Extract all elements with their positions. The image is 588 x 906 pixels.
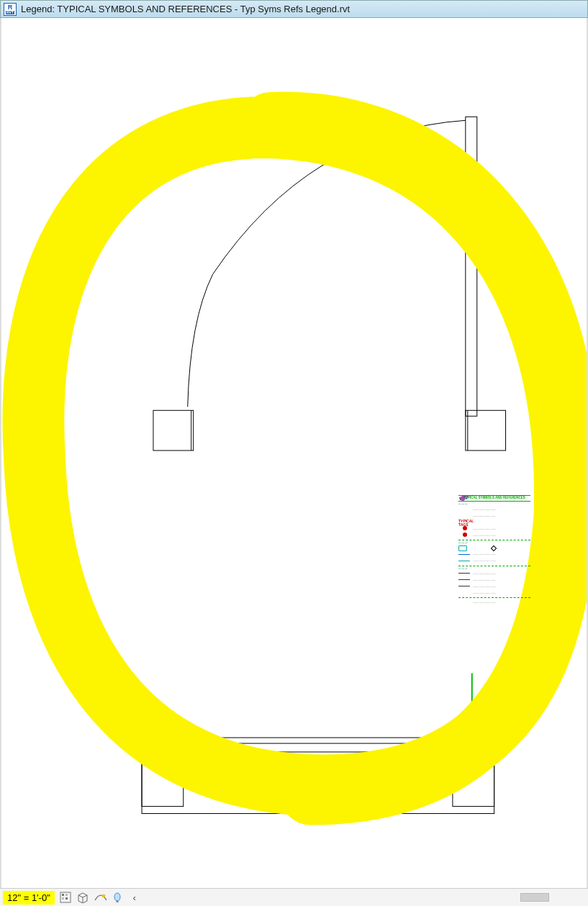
svg-rect-2 (153, 410, 194, 450)
expand-controls-button[interactable]: ‹ (128, 891, 141, 904)
svg-rect-24 (65, 897, 68, 900)
drawing-canvas[interactable]: TYPICAL SYMBOLS AND REFERENCES — — — —— … (0, 18, 588, 888)
detail-level-icon[interactable] (59, 891, 72, 904)
view-title: Legend: TYPICAL SYMBOLS AND REFERENCES -… (21, 4, 350, 14)
view-scale-selector[interactable]: 12" = 1'-0" (3, 891, 55, 905)
svg-rect-8 (453, 751, 494, 807)
app-icon-rvt: RVT (6, 11, 14, 14)
view-control-bar: 12" = 1'-0" ‹ (0, 888, 588, 906)
view-titlebar: R RVT Legend: TYPICAL SYMBOLS AND REFERE… (0, 0, 588, 18)
visual-style-icon[interactable] (76, 891, 89, 904)
svg-rect-6 (142, 743, 494, 814)
svg-rect-7 (142, 751, 184, 807)
svg-rect-23 (62, 897, 64, 900)
svg-rect-26 (116, 900, 118, 902)
inserted-legend-preview[interactable]: TYPICAL SYMBOLS AND REFERENCES — — — —— … (458, 495, 530, 675)
revit-app-icon: R RVT (4, 3, 17, 16)
svg-point-25 (102, 894, 105, 897)
svg-rect-22 (65, 894, 68, 896)
drawing-svg (1, 18, 587, 888)
reveal-hidden-icon[interactable] (111, 891, 124, 904)
horizontal-scrollbar-thumb[interactable] (520, 893, 549, 902)
sun-path-icon[interactable] (94, 891, 107, 904)
svg-rect-21 (62, 894, 64, 896)
legend-preview-row: —— —— —— —— (458, 599, 530, 605)
svg-rect-1 (466, 117, 477, 416)
